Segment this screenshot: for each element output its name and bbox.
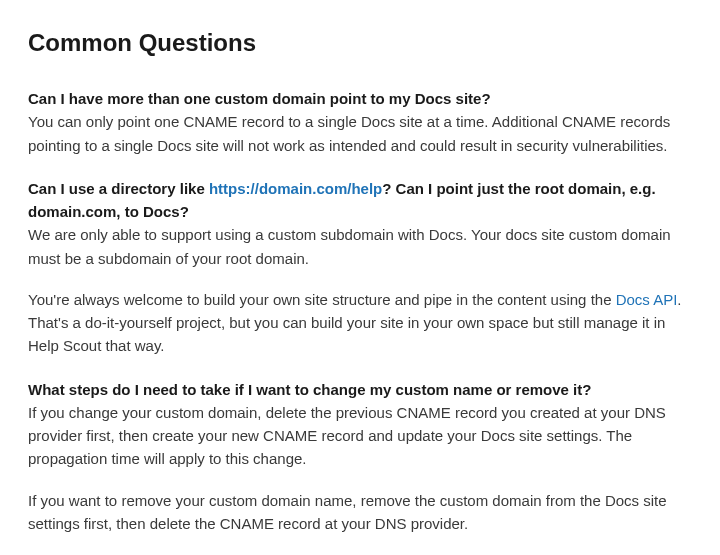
directory-example-link[interactable]: https://domain.com/help [209, 180, 382, 197]
faq-item-3: What steps do I need to take if I want t… [28, 378, 692, 536]
faq-answer: If you change your custom domain, delete… [28, 401, 692, 471]
question-text-pre: Can I use a directory like [28, 180, 209, 197]
faq-item-1: Can I have more than one custom domain p… [28, 87, 692, 157]
faq-question: Can I use a directory like https://domai… [28, 177, 692, 224]
page-heading: Common Questions [28, 24, 692, 61]
faq-answer: You're always welcome to build your own … [28, 288, 692, 358]
faq-item-2: Can I use a directory like https://domai… [28, 177, 692, 358]
faq-answer: You can only point one CNAME record to a… [28, 110, 692, 157]
faq-question: What steps do I need to take if I want t… [28, 378, 692, 401]
faq-answer: We are only able to support using a cust… [28, 223, 692, 270]
docs-api-link[interactable]: Docs API [616, 291, 678, 308]
answer-text-pre: You're always welcome to build your own … [28, 291, 616, 308]
faq-question: Can I have more than one custom domain p… [28, 87, 692, 110]
faq-answer: If you want to remove your custom domain… [28, 489, 692, 536]
